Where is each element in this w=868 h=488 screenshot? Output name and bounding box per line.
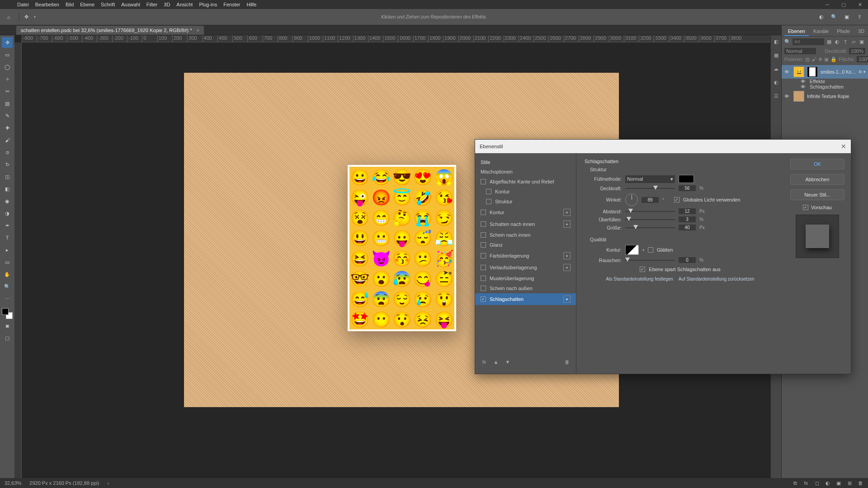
distance-slider[interactable] [625, 209, 675, 214]
layer-name[interactable]: smilies-1...0 Kopie 2 [821, 70, 856, 75]
libraries-panel-icon[interactable]: ☁ [773, 65, 780, 72]
zoom-readout[interactable]: 32,63% [5, 480, 21, 486]
antialias-checkbox[interactable] [648, 247, 653, 253]
path-select-tool-icon[interactable]: ▸ [2, 244, 13, 255]
style-checkbox[interactable] [481, 232, 486, 238]
filter-search-icon[interactable]: 🔍 [784, 39, 791, 45]
menu-help[interactable]: Hilfe [246, 2, 256, 7]
filter-shape-icon[interactable]: ▱ [850, 39, 857, 45]
style-item[interactable]: Schein nach innen [475, 230, 576, 240]
opacity-input[interactable]: 56 [679, 185, 696, 191]
group-icon[interactable]: ▣ [835, 480, 842, 486]
hand-tool-icon[interactable]: ✋ [2, 269, 13, 280]
style-checkbox[interactable] [481, 210, 486, 215]
spread-slider[interactable] [625, 217, 675, 222]
zoom-tool-icon[interactable]: 🔍 [2, 281, 13, 292]
document-tab[interactable]: schatten erstellen.psdc bei 32,6% (smili… [16, 26, 204, 35]
move-up-icon[interactable]: ▲ [492, 358, 500, 366]
make-default-button[interactable]: Als Standardeinstellung festlegen [606, 277, 673, 282]
move-tool-icon[interactable]: ✥ [2, 37, 13, 48]
edit-toolbar-icon[interactable]: ⋯ [2, 293, 13, 304]
style-checkbox[interactable] [481, 242, 486, 248]
filter-pixel-icon[interactable]: ▦ [826, 39, 832, 45]
lock-all-icon[interactable]: 🔒 [830, 56, 837, 62]
style-item[interactable]: Schatten nach innen+ [475, 218, 576, 230]
eraser-tool-icon[interactable]: ◫ [2, 171, 13, 182]
menu-window[interactable]: Fenster [223, 2, 240, 7]
link-layers-icon[interactable]: ⧉ [792, 480, 798, 486]
fx-menu-icon[interactable]: fx [481, 358, 488, 366]
style-item[interactable]: Schein nach außen [475, 283, 576, 293]
reset-default-button[interactable]: Auf Standardeinstellung zurücksetzen [679, 277, 755, 282]
layer-mask-icon[interactable]: ◻ [814, 480, 820, 486]
style-checkbox[interactable] [486, 189, 491, 194]
style-checkbox[interactable] [481, 276, 486, 281]
lock-position-icon[interactable]: ✥ [818, 56, 822, 62]
emoji-layer[interactable]: 😀😂😎😍😱😜😡😇🤣😘😵😁🤔😭😏😃😬😛😴😤😆😈😚😕🥳🤓😮😰😋😑😅😨😌😢😲🤩😶😯😣😝 [348, 165, 456, 331]
layer-thumbnail[interactable] [793, 91, 804, 102]
filter-type-icon[interactable]: T [842, 39, 849, 45]
add-instance-icon[interactable]: + [563, 264, 571, 271]
spread-input[interactable]: 3 [679, 216, 696, 222]
adjustments-panel-icon[interactable]: ◐ [773, 79, 780, 86]
channels-tab[interactable]: Kanäle [810, 27, 832, 36]
lasso-tool-icon[interactable]: ◯ [2, 61, 13, 72]
contour-picker[interactable] [625, 245, 639, 255]
style-checkbox[interactable] [481, 286, 486, 291]
style-item[interactable]: Schlagschatten+ [475, 293, 576, 305]
angle-dial[interactable] [625, 193, 638, 206]
style-item[interactable]: Glanz [475, 240, 576, 250]
fx-badge[interactable]: fx ▾ [859, 70, 865, 74]
style-item[interactable]: Verlaufsüberlagerung+ [475, 262, 576, 273]
shape-tool-icon[interactable]: ▭ [2, 257, 13, 267]
menu-type[interactable]: Schrift [101, 2, 115, 7]
style-item[interactable]: Kontur+ [475, 206, 576, 218]
menu-layer[interactable]: Ebene [80, 2, 94, 7]
healing-tool-icon[interactable]: ✚ [2, 122, 13, 133]
opacity-value[interactable]: 100% [849, 48, 865, 54]
workspace-icon[interactable]: ▣ [843, 13, 851, 21]
delete-style-icon[interactable]: 🗑 [563, 358, 571, 366]
layer-effects-header[interactable]: 👁 Effekte [782, 79, 868, 84]
menu-view[interactable]: Ansicht [176, 2, 193, 7]
blend-mode-combo[interactable]: Normal▾ [625, 175, 675, 183]
type-tool-icon[interactable]: T [2, 232, 13, 243]
noise-input[interactable]: 0 [679, 257, 696, 263]
lock-artboard-icon[interactable]: ▣ [824, 56, 829, 62]
add-instance-icon[interactable]: + [563, 209, 571, 216]
move-tool-indicator-icon[interactable]: ✥ [22, 13, 30, 21]
effect-visibility-icon[interactable]: 👁 [801, 84, 807, 89]
blur-tool-icon[interactable]: ◉ [2, 196, 13, 206]
style-item[interactable]: Musterüberlagerung [475, 273, 576, 283]
screenmode-icon[interactable]: ▢ [2, 333, 13, 343]
home-icon[interactable]: ⌂ [5, 13, 13, 21]
color-panel-icon[interactable]: ◧ [773, 38, 780, 45]
dialog-titlebar[interactable]: Ebenenstil ✕ [475, 140, 851, 153]
add-instance-icon[interactable]: + [563, 252, 571, 259]
share-icon[interactable]: ⇪ [855, 13, 863, 21]
eyedropper-tool-icon[interactable]: ✎ [2, 110, 13, 121]
menu-plugins[interactable]: Plug-ins [199, 2, 217, 7]
style-checkbox[interactable] [481, 253, 486, 258]
foreground-color-swatch[interactable] [2, 308, 9, 315]
stamp-tool-icon[interactable]: ⧈ [2, 147, 13, 158]
filter-adjust-icon[interactable]: ◐ [834, 39, 840, 45]
add-instance-icon[interactable]: + [563, 221, 571, 228]
layer-effect-dropshadow[interactable]: 👁 Schlagschatten [782, 84, 868, 89]
properties-panel-icon[interactable]: ☰ [773, 92, 780, 99]
add-instance-icon[interactable]: + [563, 296, 571, 303]
dialog-close-icon[interactable]: ✕ [841, 143, 846, 150]
preview-checkbox[interactable] [803, 205, 808, 210]
lock-image-icon[interactable]: 🖌 [811, 56, 816, 62]
layer-fx-icon[interactable]: fx [803, 480, 809, 486]
shadow-color-swatch[interactable] [679, 175, 694, 183]
crop-tool-icon[interactable]: ✂ [2, 86, 13, 97]
style-checkbox[interactable] [486, 199, 491, 204]
maximize-icon[interactable]: ▢ [835, 0, 852, 9]
blending-options-item[interactable]: Mischoptionen [475, 167, 576, 177]
layer-name[interactable]: Infinite Texture Kopie [807, 94, 865, 99]
ok-button[interactable]: OK [790, 159, 844, 169]
menu-filter[interactable]: Filter [146, 2, 157, 7]
frame-tool-icon[interactable]: ▧ [2, 98, 13, 109]
fill-value[interactable]: 100% [857, 56, 868, 62]
